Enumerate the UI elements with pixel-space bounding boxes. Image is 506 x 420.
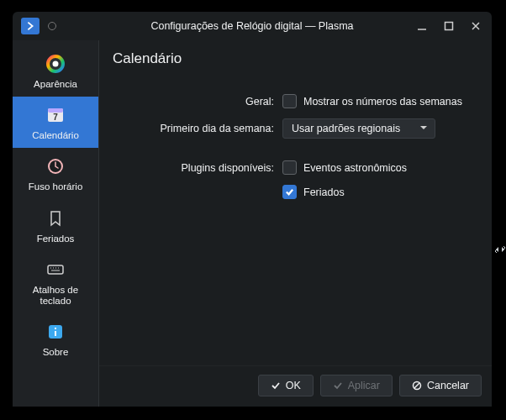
dialog-footer: OK Aplicar Cancelar [99,365,492,407]
sidebar: Aparência 7 Calendário [13,40,99,407]
check-icon [333,381,343,391]
cancel-button[interactable]: Cancelar [399,375,482,396]
chevron-right-icon [24,20,36,32]
button-label: Aplicar [348,380,380,391]
sidebar-item-label: Sobre [43,347,69,358]
row-plugin-holidays: Feriados [99,181,492,202]
label-plugins: Plugins disponíveis: [99,162,274,174]
window-shade-icon[interactable] [48,22,56,30]
sidebar-item-label: Aparência [34,79,77,90]
sidebar-item-shortcuts[interactable]: Atalhos de teclado [13,251,98,313]
svg-point-3 [53,61,59,67]
clock-icon [44,155,67,178]
palette-icon [44,52,67,76]
combo-first-dow[interactable]: Usar padrões regionais [282,118,435,139]
label-plugin-astro[interactable]: Eventos astronômicos [303,162,407,174]
sidebar-item-about[interactable]: Sobre [13,313,98,365]
label-plugin-holidays[interactable]: Feriados [303,186,345,198]
svg-rect-9 [48,265,63,274]
sidebar-item-holidays[interactable]: Feriados [13,200,98,251]
sidebar-item-appearance[interactable]: Aparência [13,45,98,97]
sidebar-item-label: Fuso horário [29,181,83,192]
checkbox-plugin-holidays[interactable] [282,185,297,199]
window-body: Aparência 7 Calendário [13,40,492,407]
titlebar: Configurações de Relógio digital — Plasm… [13,12,492,40]
close-button[interactable] [468,18,483,34]
apply-button[interactable]: Aplicar [320,375,393,396]
page-title: Calendário [99,40,492,76]
maximize-icon [443,20,455,32]
keyboard-icon [44,258,67,281]
combo-value: Usar padrões regionais [292,123,400,134]
button-label: Cancelar [427,380,469,391]
label-first-dow: Primeiro dia da semana: [99,123,274,134]
check-icon [271,381,281,391]
checkbox-plugin-astro[interactable] [282,160,297,175]
minimize-button[interactable] [414,18,430,34]
svg-text:7: 7 [53,113,58,122]
bookmark-icon [44,207,67,230]
svg-rect-11 [55,328,56,329]
close-icon [470,20,482,32]
resize-handle-icon [494,244,506,255]
row-general: Geral: Mostrar os números das semanas [99,91,492,112]
minimize-icon [416,20,428,32]
calendar-icon: 7 [44,103,67,127]
svg-rect-12 [55,331,56,336]
cancel-icon [412,381,422,391]
titlebar-right [414,18,483,34]
sidebar-item-calendar[interactable]: 7 Calendário [13,97,98,148]
chevron-down-icon [419,123,428,134]
sidebar-item-label: Feriados [37,234,75,244]
label-show-weeknums[interactable]: Mostrar os números das semanas [303,96,462,108]
row-plugins: Plugins disponíveis: Eventos astronômico… [99,157,492,178]
maximize-button[interactable] [441,18,456,34]
check-icon [285,187,294,197]
checkbox-show-weeknums[interactable] [282,94,297,108]
button-label: OK [286,380,301,391]
form-area: Geral: Mostrar os números das semanas Pr… [99,76,492,365]
sidebar-item-timezone[interactable]: Fuso horário [13,148,98,199]
main-panel: Calendário Geral: Mostrar os números das… [99,40,492,407]
info-icon [44,320,67,344]
svg-rect-0 [445,23,453,30]
row-first-dow: Primeiro dia da semana: Usar padrões reg… [99,115,492,142]
titlebar-left [21,18,56,34]
settings-window: Configurações de Relógio digital — Plasm… [13,12,492,407]
keep-above-button[interactable] [21,18,40,34]
sidebar-item-label: Calendário [32,130,79,141]
label-general: Geral: [99,96,274,108]
sidebar-item-label: Atalhos de teclado [18,285,93,307]
ok-button[interactable]: OK [258,375,314,396]
spacer [99,145,492,157]
